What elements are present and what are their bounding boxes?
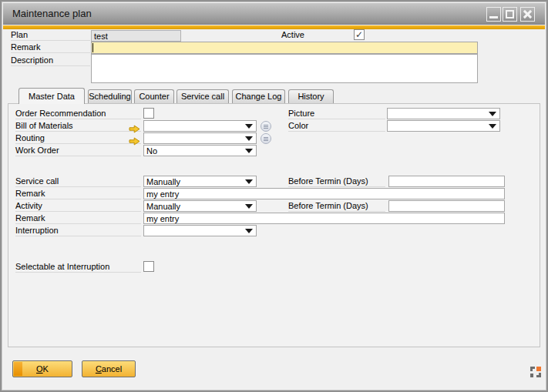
tab-counter[interactable]: Counter — [134, 89, 174, 104]
remark-field[interactable] — [91, 42, 478, 54]
routing-label: Routing — [15, 133, 141, 144]
tab-scheduling[interactable]: Scheduling — [88, 89, 132, 104]
order-recommendation-label: Order Recommendation — [15, 109, 141, 119]
tab-master-data[interactable]: Master Data — [18, 88, 85, 104]
color-dropdown[interactable] — [387, 120, 500, 132]
tab-history[interactable]: History — [288, 89, 334, 104]
tab-change-log[interactable]: Change Log — [232, 89, 285, 104]
close-icon[interactable] — [520, 7, 535, 22]
activity-label: Activity — [15, 201, 141, 212]
order-recommendation-checkbox[interactable] — [143, 108, 154, 119]
service-call-label: Service call — [15, 176, 141, 187]
bill-of-materials-dropdown[interactable] — [143, 120, 257, 132]
description-label: Description — [11, 55, 90, 66]
cancel-button-label: Cancel — [82, 361, 135, 377]
routing-dropdown[interactable] — [143, 132, 257, 144]
ok-button[interactable]: OK — [12, 360, 72, 377]
plan-label: Plan — [11, 30, 90, 41]
active-label: Active — [281, 30, 343, 41]
remark-label: Remark — [11, 42, 90, 53]
activity-dropdown[interactable]: Manually — [143, 200, 257, 212]
activity-before-termin-field[interactable] — [388, 200, 505, 212]
choose-from-list-icon[interactable] — [261, 133, 271, 144]
activity-before-termin-label: Before Termin (Days) — [288, 201, 385, 212]
description-field[interactable] — [91, 54, 478, 83]
activity-remark-field[interactable]: my entry — [143, 213, 505, 224]
maintenance-plan-window: Maintenance plan Plan test Active ✓ Rema… — [0, 0, 548, 392]
maximize-icon[interactable] — [503, 7, 517, 22]
titlebar[interactable]: Maintenance plan — [3, 3, 545, 25]
selectable-at-interruption-label: Selectable at Interruption — [15, 262, 141, 273]
plan-field[interactable]: test — [91, 30, 181, 42]
link-arrow-icon[interactable] — [129, 122, 140, 131]
service-before-termin-label: Before Termin (Days) — [288, 176, 385, 187]
tab-service-call[interactable]: Service call — [177, 89, 229, 104]
text-caret — [92, 43, 93, 52]
minimize-icon[interactable] — [486, 7, 501, 22]
ok-button-label: OK — [13, 361, 72, 377]
gold-accent-bar — [3, 25, 545, 29]
picture-label: Picture — [288, 109, 385, 119]
service-remark-label: Remark — [15, 189, 141, 199]
picture-dropdown[interactable] — [387, 108, 500, 119]
active-checkbox[interactable]: ✓ — [354, 29, 365, 40]
bill-of-materials-label: Bill of Materials — [15, 121, 141, 132]
work-order-dropdown[interactable]: No — [143, 145, 257, 156]
service-remark-field[interactable]: my entry — [143, 188, 505, 199]
cancel-button[interactable]: Cancel — [82, 360, 136, 377]
work-order-label: Work Order — [15, 146, 141, 156]
service-call-dropdown[interactable]: Manually — [143, 176, 257, 187]
service-before-termin-field[interactable] — [388, 176, 505, 187]
color-label: Color — [288, 121, 385, 132]
interruption-dropdown[interactable] — [143, 225, 257, 236]
window-title: Maintenance plan — [12, 8, 92, 19]
selectable-at-interruption-checkbox[interactable] — [143, 261, 154, 272]
activity-remark-label: Remark — [15, 213, 141, 224]
interruption-label: Interruption — [15, 226, 141, 236]
link-arrow-icon[interactable] — [129, 135, 140, 143]
expand-grip-icon[interactable] — [529, 365, 543, 379]
choose-from-list-icon[interactable] — [261, 121, 271, 132]
